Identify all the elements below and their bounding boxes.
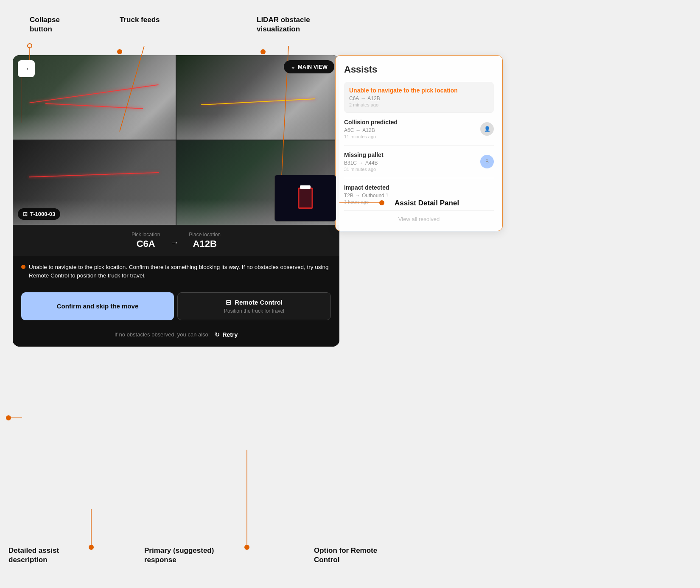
place-value: A12B	[189, 238, 221, 249]
truck-feeds-label: Truck feeds	[120, 15, 160, 25]
lidar-overlay	[274, 175, 336, 221]
remote-control-button[interactable]: ⊟ Remote Control Position the truck for …	[177, 292, 331, 320]
truck-icon: ⊡	[23, 211, 28, 217]
place-location: Place location A12B	[189, 232, 221, 249]
collapse-button-label: Collapse button	[30, 15, 81, 34]
camera-grid: → ⌄ MAIN VIEW ⊡ T-1000-03	[13, 55, 339, 225]
lidar-label: LiDAR obstacle visualization	[257, 15, 342, 34]
assist-item-2-content: Collision predicted A6C → A12B 11 minute…	[344, 119, 398, 139]
direction-arrow: →	[170, 238, 179, 247]
primary-response-annotation: Primary (suggested) response	[144, 546, 221, 565]
option-remote-annotation: Option for Remote Control	[314, 546, 390, 565]
route-from-2: A6C	[344, 127, 354, 133]
location-bar: Pick location C6A → Place location A12B	[13, 225, 339, 256]
assist-detail-label: Assist Detail Panel	[395, 199, 459, 208]
assist-item-2-title: Collision predicted	[344, 119, 398, 126]
route-to-4: Outbound 1	[362, 193, 389, 199]
svg-point-3	[117, 49, 122, 54]
camera-bottom-right	[176, 140, 339, 225]
main-view-label: MAIN VIEW	[298, 64, 328, 70]
remote-label: Remote Control	[235, 299, 283, 306]
alert-text-content: Unable to navigate to the pick location.…	[29, 263, 331, 280]
main-panel: → ⌄ MAIN VIEW ⊡ T-1000-03 Pick location …	[13, 55, 339, 347]
bottom-annotations: Detailed assist description Primary (sug…	[8, 546, 390, 565]
main-container: Collapse button Truck feeds LiDAR obstac…	[0, 0, 700, 588]
retry-label: Retry	[222, 331, 238, 338]
remote-control-title: ⊟ Remote Control	[226, 299, 283, 306]
route-to-3: A44B	[365, 160, 378, 166]
assist-item-1-route: C6A → A12B	[349, 95, 489, 101]
assist-item-3-title: Missing pallet	[344, 151, 384, 158]
avatar-2: B	[480, 155, 494, 168]
route-arrow-1: →	[361, 95, 366, 101]
floor-decoration-2	[176, 114, 339, 140]
assist-item-1[interactable]: Unable to navigate to the pick location …	[344, 82, 494, 113]
svg-point-5	[260, 49, 266, 54]
assist-item-2-time: 11 minutes ago	[344, 134, 398, 139]
assist-item-3-route: B31C → A44B	[344, 160, 384, 166]
avatar-1: 👤	[480, 122, 494, 136]
confirm-skip-button[interactable]: Confirm and skip the move	[21, 292, 174, 320]
lidar-visualization	[280, 179, 331, 217]
route-to-2: A12B	[362, 127, 375, 133]
retry-button[interactable]: ↻ Retry	[215, 331, 238, 338]
collapse-button[interactable]: →	[18, 60, 35, 77]
retry-icon: ↻	[215, 331, 220, 338]
retry-hint: If no obstacles observed, you can also:	[115, 331, 210, 338]
option-remote-title: Option for Remote Control	[314, 546, 390, 565]
camera-top-left	[13, 55, 176, 140]
arrow-right-icon: →	[23, 65, 30, 73]
truck-id: T-1000-03	[30, 211, 55, 217]
route-arrow-3: →	[358, 160, 364, 166]
route-to-1: A12B	[367, 95, 380, 101]
route-from-4: T2B	[344, 193, 353, 199]
place-label: Place location	[189, 232, 221, 238]
assist-panel-title: Assists	[344, 64, 494, 75]
route-from-1: C6A	[349, 95, 359, 101]
route-from-3: B31C	[344, 160, 357, 166]
detailed-assist-title: Detailed assist description	[8, 546, 85, 565]
alert-dot	[21, 265, 25, 269]
alert-section: Unable to navigate to the pick location.…	[13, 256, 339, 287]
alert-message: Unable to navigate to the pick location.…	[21, 263, 331, 280]
assist-item-1-time: 2 minutes ago	[349, 102, 489, 107]
assist-item-4-route: T2B → Outbound 1	[344, 193, 494, 199]
route-arrow-4: →	[355, 193, 360, 199]
assist-item-3-row: Missing pallet B31C → A44B 31 minutes ag…	[344, 151, 494, 172]
assist-item-1-title: Unable to navigate to the pick location	[349, 87, 489, 94]
svg-point-2	[28, 44, 32, 48]
laser-line-1	[30, 84, 159, 103]
assist-item-3-time: 31 minutes ago	[344, 167, 384, 172]
view-all-resolved[interactable]: View all resolved	[344, 211, 494, 222]
remote-subtitle: Position the truck for travel	[224, 308, 284, 314]
main-view-button[interactable]: ⌄ MAIN VIEW	[284, 60, 334, 73]
chevron-down-icon: ⌄	[291, 64, 295, 70]
assist-item-4-title: Impact detected	[344, 184, 494, 191]
assist-item-2-row: Collision predicted A6C → A12B 11 minute…	[344, 119, 494, 139]
assist-item-2[interactable]: Collision predicted A6C → A12B 11 minute…	[344, 113, 494, 146]
pick-value: C6A	[132, 238, 160, 249]
assist-item-3-content: Missing pallet B31C → A44B 31 minutes ag…	[344, 151, 384, 172]
pick-location: Pick location C6A	[132, 232, 160, 249]
action-buttons: Confirm and skip the move ⊟ Remote Contr…	[13, 287, 339, 325]
pick-label: Pick location	[132, 232, 160, 238]
route-arrow-2: →	[356, 127, 361, 133]
svg-point-9	[6, 415, 11, 420]
laser-line-2	[45, 103, 143, 109]
truck-badge: ⊡ T-1000-03	[18, 208, 60, 220]
lidar-beam	[201, 98, 315, 105]
primary-response-title: Primary (suggested) response	[144, 546, 221, 565]
assist-item-3[interactable]: Missing pallet B31C → A44B 31 minutes ag…	[344, 146, 494, 178]
monitor-icon: ⊟	[226, 299, 231, 306]
assist-item-2-route: A6C → A12B	[344, 127, 398, 133]
truck-lidar-icon	[298, 188, 313, 209]
detailed-assist-annotation: Detailed assist description	[8, 546, 85, 565]
laser-line-3	[29, 172, 159, 177]
retry-bar: If no obstacles observed, you can also: …	[13, 325, 339, 347]
floor-decoration	[13, 114, 176, 140]
